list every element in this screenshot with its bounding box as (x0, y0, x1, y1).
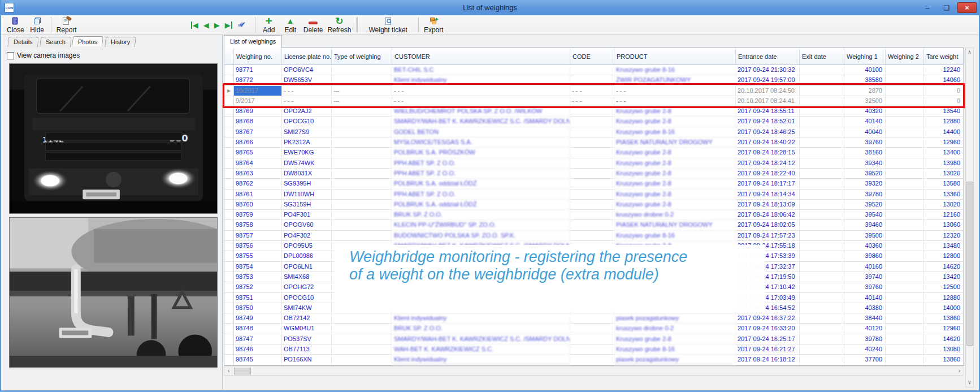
cell-weighing-1[interactable]: 39320 (844, 179, 886, 189)
cell-tare-weight[interactable]: 13980 (924, 158, 964, 169)
cell-license-plate[interactable]: DW8031X (282, 169, 332, 179)
cell-weighing-no[interactable]: 98769 (234, 106, 282, 117)
row-marker[interactable] (224, 210, 234, 220)
cell-exit-date[interactable] (800, 251, 844, 261)
column-header[interactable]: PRODUCT (614, 48, 736, 65)
row-marker[interactable] (224, 251, 234, 261)
cell-exit-date[interactable] (800, 86, 844, 96)
cell-weighing-2[interactable] (886, 86, 924, 96)
row-marker[interactable] (224, 75, 234, 85)
cell-entrance-date[interactable]: 2017 09-24 16:21:27 (736, 344, 800, 355)
cell-weighing-2[interactable] (886, 251, 924, 261)
cell-tare-weight[interactable]: 12880 (924, 293, 964, 303)
cell-entrance-date[interactable]: 20.10.2017 08:24:41 (736, 96, 800, 106)
row-marker[interactable] (224, 262, 234, 272)
table-row[interactable]: 98747PO537SVSMARDY/WAH-BET K. KAWRZKIEWI… (224, 334, 964, 344)
cell-weighing-no[interactable]: 98760 (234, 200, 282, 210)
cell-customer[interactable]: BRUK SP. Z O.O. (392, 324, 570, 334)
cell-entrance-date[interactable]: 20.10.2017 08:24:50 (736, 86, 800, 96)
confirm-all-icon[interactable]: ✔✔ (237, 21, 248, 29)
row-marker[interactable] (224, 117, 234, 127)
cell-product[interactable]: PIASEK NATURALNY DROGOWY (614, 137, 736, 148)
row-marker[interactable] (224, 293, 234, 303)
cell-customer[interactable]: SMARDY/WAH-BET K. KAWRZKIEWICZ S.C. /SMA… (392, 334, 570, 344)
cell-weighing-no[interactable]: 98750 (234, 303, 282, 313)
cell-exit-date[interactable] (800, 344, 844, 355)
cell-weighing-1[interactable]: 39860 (844, 251, 886, 261)
cell-customer[interactable]: PPH ABET SP. Z O.O. (392, 189, 570, 200)
cell-weighing-2[interactable] (886, 324, 924, 334)
cell-code[interactable] (570, 65, 614, 75)
cell-code[interactable]: - - - (570, 96, 614, 106)
cell-license-plate[interactable]: WGM04U1 (282, 324, 332, 334)
cell-license-plate[interactable]: OPOHG72 (282, 282, 332, 292)
cell-code[interactable] (570, 75, 614, 85)
cell-exit-date[interactable] (800, 65, 844, 75)
cell-entrance-date[interactable]: 2017 09-24 16:25:17 (736, 334, 800, 344)
horizontal-scroll-thumb[interactable] (234, 368, 251, 374)
cell-tare-weight[interactable]: 12960 (924, 324, 964, 334)
cell-license-plate[interactable]: PO4F302 (282, 231, 332, 241)
table-row[interactable]: 98759PO4F301BRUK SP. Z O.O.kruszywo drob… (224, 210, 964, 220)
cell-weighing-2[interactable] (886, 189, 924, 200)
column-header[interactable]: License plate no. (282, 48, 332, 65)
cell-exit-date[interactable] (800, 262, 844, 272)
table-row[interactable]: 98769OPO2AJ2WIELBUD/CHEMROT POLSKA SP. Z… (224, 106, 964, 117)
cell-tare-weight[interactable]: 13400 (924, 148, 964, 158)
table-row[interactable]: 9/2017- - ----- - -- - -- - -20.10.2017 … (224, 96, 964, 106)
last-record-icon[interactable]: ▶ (225, 21, 232, 29)
cell-weighing-1[interactable]: 40140 (844, 117, 886, 127)
cell-code[interactable] (570, 169, 614, 179)
table-row[interactable]: 98758OPOGV60KLECIN PP-U"ŻWIRBUD" SP. ZO.… (224, 220, 964, 230)
cell-product[interactable]: Kruszywo grube 2-8 (614, 334, 736, 344)
cell-exit-date[interactable] (800, 313, 844, 324)
cell-product[interactable]: Kruszywo grube 8-16 (614, 231, 736, 241)
table-row[interactable]: 98763DW8031XPPH ABET SP. Z O.O.Kruszywo … (224, 169, 964, 179)
cell-exit-date[interactable] (800, 96, 844, 106)
row-marker[interactable] (224, 282, 234, 292)
cell-license-plate[interactable]: SG3159H (282, 200, 332, 210)
cell-exit-date[interactable] (800, 148, 844, 158)
cell-exit-date[interactable] (800, 127, 844, 137)
cell-type[interactable] (332, 106, 392, 117)
cell-exit-date[interactable] (800, 117, 844, 127)
cell-type[interactable]: --- (332, 86, 392, 96)
cell-license-plate[interactable]: SMI27S9 (282, 127, 332, 137)
table-row[interactable]: 98771OPO6VC4BET-CHIL S.CKruszywo grube 8… (224, 65, 964, 75)
cell-weighing-no[interactable]: 10/2017 (234, 86, 282, 96)
cell-weighing-2[interactable] (886, 344, 924, 355)
cell-license-plate[interactable]: DW5653V (282, 75, 332, 85)
cell-exit-date[interactable] (800, 334, 844, 344)
cell-customer[interactable]: Klient indywidualny (392, 355, 570, 365)
cell-exit-date[interactable] (800, 355, 844, 365)
cell-license-plate[interactable]: SMI74KW (282, 303, 332, 313)
cell-product[interactable]: piasek pozagatunkowy (614, 355, 736, 365)
cell-weighing-no[interactable]: 98749 (234, 313, 282, 324)
scroll-right-icon[interactable]: › (955, 367, 964, 375)
cell-weighing-2[interactable] (886, 158, 924, 169)
cell-exit-date[interactable] (800, 272, 844, 282)
cell-weighing-no[interactable]: 98764 (234, 158, 282, 169)
cell-type[interactable] (332, 324, 392, 334)
cell-entrance-date[interactable]: 2017 09-24 18:17:17 (736, 179, 800, 189)
cell-tare-weight[interactable]: 12320 (924, 231, 964, 241)
row-marker[interactable] (224, 96, 234, 106)
cell-weighing-no[interactable]: 98771 (234, 65, 282, 75)
table-row[interactable]: 98760SG3159HPOLBRUK S.A. oddział ŁÓDŹKru… (224, 200, 964, 210)
cell-type[interactable] (332, 344, 392, 355)
cell-tare-weight[interactable]: 0 (924, 96, 964, 106)
cell-entrance-date[interactable]: 2017 09-24 18:40:22 (736, 137, 800, 148)
cell-entrance-date[interactable]: 2017 09-24 18:22:40 (736, 169, 800, 179)
cell-product[interactable]: Kruszywo grube 2-8 (614, 179, 736, 189)
cell-weighing-2[interactable] (886, 137, 924, 148)
cell-weighing-no[interactable]: 98747 (234, 334, 282, 344)
cell-customer[interactable]: BUDOWNICTWO POLSKA SP. ZO.O. SP.K. (392, 231, 570, 241)
cell-product[interactable]: - - - (614, 96, 736, 106)
cell-entrance-date[interactable]: 2017 09-24 16:33:20 (736, 324, 800, 334)
cell-weighing-1[interactable]: 39760 (844, 282, 886, 292)
cell-product[interactable]: Kruszywo grube 2-8 (614, 169, 736, 179)
cell-entrance-date[interactable]: 2017 09-24 18:06:42 (736, 210, 800, 220)
cell-license-plate[interactable]: PO537SV (282, 334, 332, 344)
previous-record-icon[interactable]: ◀ (203, 21, 209, 29)
cell-weighing-2[interactable] (886, 231, 924, 241)
